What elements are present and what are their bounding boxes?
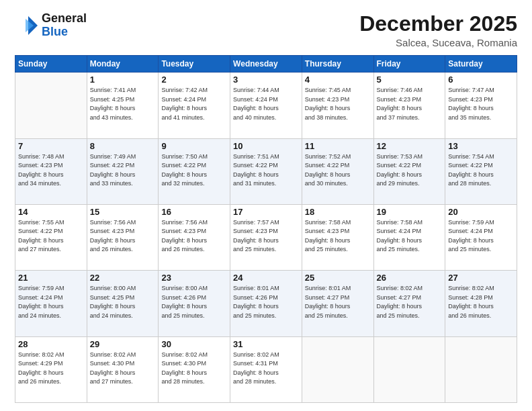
calendar-header-monday: Monday [87,56,159,73]
day-info-line: and 38 minutes. [305,113,371,123]
day-info: Sunrise: 7:41 AMSunset: 4:25 PMDaylight:… [90,86,156,122]
day-number: 27 [448,273,514,283]
day-info-line: Daylight: 8 hours [161,302,227,312]
day-info: Sunrise: 7:52 AMSunset: 4:22 PMDaylight:… [305,152,371,189]
day-info: Sunrise: 8:02 AMSunset: 4:29 PMDaylight:… [18,351,84,387]
day-info-line: Daylight: 8 hours [305,171,371,180]
day-info-line: and 26 minutes. [18,377,84,387]
day-number: 24 [233,273,299,283]
day-info-line: Sunset: 4:23 PM [233,227,299,236]
location-title: Salcea, Suceava, Romania [359,37,517,48]
day-info: Sunrise: 8:00 AMSunset: 4:26 PMDaylight:… [161,284,227,320]
calendar-cell: 25Sunrise: 8:01 AMSunset: 4:27 PMDayligh… [302,271,373,336]
day-info-line: Daylight: 8 hours [161,104,227,113]
day-info-line: Sunrise: 8:02 AM [90,351,156,360]
calendar-week-row: 7Sunrise: 7:48 AMSunset: 4:23 PMDaylight… [15,138,517,204]
day-info-line: Sunrise: 7:48 AM [18,152,84,162]
day-info-line: Sunrise: 7:51 AM [233,152,299,162]
day-info: Sunrise: 7:57 AMSunset: 4:23 PMDaylight:… [233,218,299,255]
day-info-line: and 37 minutes. [377,113,443,123]
day-info-line: and 24 minutes. [90,312,156,321]
day-info-line: Sunrise: 7:57 AM [233,218,299,228]
day-info-line: and 35 minutes. [448,113,514,123]
calendar-header-wednesday: Wednesday [230,56,302,73]
day-info-line: Sunset: 4:27 PM [305,293,371,303]
calendar-cell: 3Sunrise: 7:44 AMSunset: 4:24 PMDaylight… [230,73,302,138]
day-info-line: and 26 minutes. [448,312,514,321]
day-info-line: Sunrise: 7:56 AM [161,218,227,228]
day-info-line: Sunset: 4:23 PM [305,95,371,105]
day-info-line: Sunrise: 7:53 AM [377,152,443,162]
day-number: 29 [90,339,156,349]
calendar-header-thursday: Thursday [302,56,373,73]
day-info-line: Daylight: 8 hours [233,302,299,312]
day-info-line: Daylight: 8 hours [448,236,514,246]
day-info-line: and 28 minutes. [448,179,514,189]
day-info: Sunrise: 8:01 AMSunset: 4:26 PMDaylight:… [233,284,299,320]
day-number: 16 [161,207,227,217]
day-info-line: Daylight: 8 hours [305,236,371,246]
day-info-line: Sunrise: 7:45 AM [305,86,371,95]
calendar-cell [373,336,445,402]
calendar-week-row: 14Sunrise: 7:55 AMSunset: 4:22 PMDayligh… [15,204,517,270]
calendar-cell: 13Sunrise: 7:54 AMSunset: 4:22 PMDayligh… [445,138,517,204]
day-info-line: Sunrise: 7:59 AM [448,218,514,228]
day-number: 23 [161,273,227,283]
day-info-line: and 28 minutes. [161,377,227,387]
day-number: 2 [161,75,227,85]
day-info: Sunrise: 7:54 AMSunset: 4:22 PMDaylight:… [448,152,514,189]
day-info-line: Daylight: 8 hours [90,171,156,180]
day-info: Sunrise: 7:44 AMSunset: 4:24 PMDaylight:… [233,86,299,122]
day-info: Sunrise: 7:58 AMSunset: 4:24 PMDaylight:… [377,218,443,255]
day-number: 11 [305,141,371,151]
calendar-cell: 30Sunrise: 8:02 AMSunset: 4:30 PMDayligh… [159,336,230,402]
day-info-line: Sunset: 4:24 PM [233,95,299,105]
day-info-line: Sunset: 4:23 PM [18,161,84,171]
calendar-cell: 6Sunrise: 7:47 AMSunset: 4:23 PMDaylight… [445,73,517,138]
day-info-line: Daylight: 8 hours [161,171,227,180]
day-info-line: Sunrise: 8:02 AM [448,284,514,293]
day-info-line: Sunset: 4:26 PM [161,293,227,303]
day-info-line: Sunset: 4:22 PM [18,227,84,236]
day-info-line: Sunrise: 7:42 AM [161,86,227,95]
day-info-line: Daylight: 8 hours [448,171,514,180]
day-info-line: Daylight: 8 hours [18,302,84,312]
day-info-line: and 26 minutes. [161,245,227,255]
day-info-line: and 25 minutes. [305,245,371,255]
day-info-line: Sunset: 4:24 PM [377,227,443,236]
day-info-line: and 30 minutes. [305,179,371,189]
day-info-line: Sunrise: 8:02 AM [233,351,299,360]
day-info: Sunrise: 7:42 AMSunset: 4:24 PMDaylight:… [161,86,227,122]
day-info-line: Sunset: 4:22 PM [305,161,371,171]
day-info-line: Sunrise: 7:59 AM [18,284,84,293]
calendar-cell: 15Sunrise: 7:56 AMSunset: 4:23 PMDayligh… [87,204,159,270]
calendar-cell: 26Sunrise: 8:02 AMSunset: 4:27 PMDayligh… [373,271,445,336]
day-info-line: and 32 minutes. [161,179,227,189]
day-number: 17 [233,207,299,217]
calendar-cell: 1Sunrise: 7:41 AMSunset: 4:25 PMDaylight… [87,73,159,138]
day-info-line: and 40 minutes. [233,113,299,123]
calendar-week-row: 21Sunrise: 7:59 AMSunset: 4:24 PMDayligh… [15,271,517,336]
day-info-line: Daylight: 8 hours [233,369,299,378]
calendar-week-row: 28Sunrise: 8:02 AMSunset: 4:29 PMDayligh… [15,336,517,402]
day-info-line: and 27 minutes. [18,245,84,255]
day-info-line: Sunrise: 7:58 AM [377,218,443,228]
day-info-line: Daylight: 8 hours [18,171,84,180]
day-info-line: Sunset: 4:29 PM [18,359,84,369]
day-info: Sunrise: 8:01 AMSunset: 4:27 PMDaylight:… [305,284,371,320]
page: General Blue December 2025 Salcea, Sucea… [0,0,532,411]
logo-icon [15,13,39,38]
day-info-line: Daylight: 8 hours [448,104,514,113]
calendar-cell [15,73,87,138]
day-info: Sunrise: 7:56 AMSunset: 4:23 PMDaylight:… [90,218,156,255]
day-info-line: Sunrise: 7:55 AM [18,218,84,228]
day-number: 12 [377,141,443,151]
day-info-line: Sunrise: 7:46 AM [377,86,443,95]
day-info: Sunrise: 7:53 AMSunset: 4:22 PMDaylight:… [377,152,443,189]
calendar-header-sunday: Sunday [15,56,87,73]
calendar-cell: 23Sunrise: 8:00 AMSunset: 4:26 PMDayligh… [159,271,230,336]
day-info-line: Daylight: 8 hours [161,236,227,246]
day-info-line: and 41 minutes. [161,113,227,123]
day-number: 26 [377,273,443,283]
day-info-line: Sunset: 4:22 PM [233,161,299,171]
